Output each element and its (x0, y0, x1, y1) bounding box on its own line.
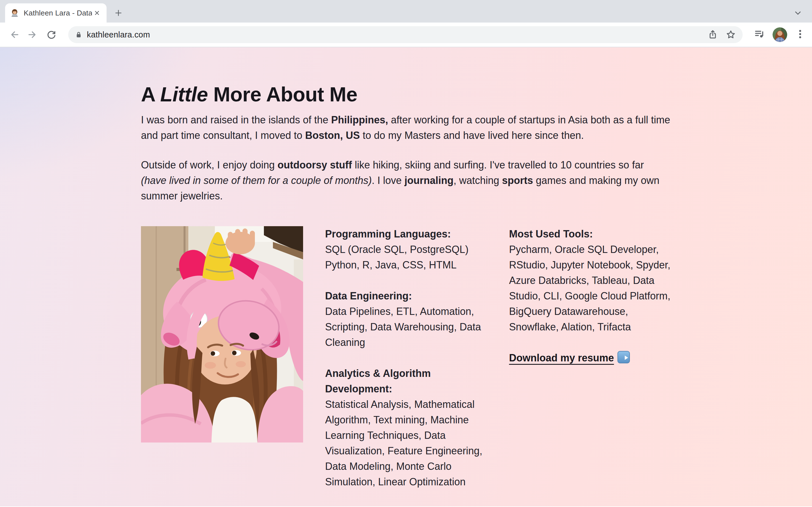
download-resume-link[interactable]: Download my resume (509, 350, 630, 365)
skill-section-title: Data Engineering: (325, 288, 487, 304)
page-background: A Little More About Me I was born and ra… (0, 47, 812, 506)
lock-icon[interactable] (74, 31, 83, 39)
tools-section: Most Used Tools: Pycharm, Oracle SQL Dev… (509, 226, 671, 335)
intro-paragraph-1: I was born and raised in the islands of … (141, 112, 671, 143)
reload-button[interactable] (43, 27, 59, 43)
right-arrow-emoji-icon (617, 351, 630, 363)
page-title-emphasis: Little (160, 83, 208, 106)
intro-paragraph-2: Outside of work, I enjoy doing outdoorsy… (141, 157, 671, 204)
browser-toolbar: kathleenlara.com (0, 22, 812, 47)
skill-section-body: SQL (Oracle SQL, PostgreSQL) Python, R, … (325, 242, 487, 273)
browser-menu-icon[interactable] (795, 29, 806, 41)
download-resume-label: Download my resume (509, 352, 614, 363)
back-button[interactable] (6, 27, 22, 43)
tools-section-title: Most Used Tools: (509, 226, 671, 242)
skill-section-title: Programming Languages: (325, 226, 487, 242)
tab-strip: Kathleen Lara - Data Science | (0, 0, 812, 22)
tools-column: Most Used Tools: Pycharm, Oracle SQL Dev… (509, 226, 671, 365)
tab-close-icon[interactable] (92, 8, 102, 18)
skill-section-analytics: Analytics & Algorithm Development: Stati… (325, 365, 487, 490)
toolbar-right-cluster (747, 27, 806, 42)
tab-title: Kathleen Lara - Data Science | (24, 9, 92, 17)
share-icon[interactable] (706, 28, 719, 41)
media-controls-icon[interactable] (754, 29, 765, 41)
new-tab-button[interactable] (110, 5, 126, 21)
skill-section-programming: Programming Languages: SQL (Oracle SQL, … (325, 226, 487, 273)
url-text[interactable]: kathleenlara.com (87, 30, 702, 40)
profile-avatar[interactable] (772, 27, 787, 42)
skills-column: Programming Languages: SQL (Oracle SQL, … (325, 226, 487, 505)
address-bar[interactable]: kathleenlara.com (68, 26, 743, 43)
content-container: A Little More About Me I was born and ra… (141, 47, 671, 505)
tab-favicon-icon (10, 8, 19, 17)
tab-search-chevron-down-icon[interactable] (792, 7, 804, 19)
skill-section-title: Analytics & Algorithm Development: (325, 365, 487, 397)
skill-section-body: Data Pipelines, ETL, Automation, Scripti… (325, 304, 487, 350)
profile-photo (141, 226, 303, 443)
bookmark-star-icon[interactable] (724, 28, 738, 41)
forward-button[interactable] (25, 27, 41, 43)
skill-section-data-engineering: Data Engineering: Data Pipelines, ETL, A… (325, 288, 487, 350)
skill-section-body: Statistical Analysis, Mathematical Algor… (325, 397, 487, 490)
about-columns: Programming Languages: SQL (Oracle SQL, … (141, 226, 671, 505)
tools-section-body: Pycharm, Oracle SQL Developer, RStudio, … (509, 242, 671, 335)
browser-tab[interactable]: Kathleen Lara - Data Science | (5, 3, 107, 22)
page-title: A Little More About Me (141, 82, 671, 107)
